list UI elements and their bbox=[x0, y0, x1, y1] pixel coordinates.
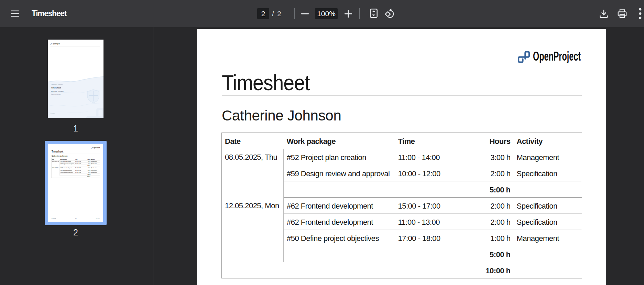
minus-icon bbox=[301, 13, 309, 14]
fit-page-button[interactable] bbox=[370, 9, 378, 18]
thumbnail-page-2[interactable]: OpenProject Timesheet Catherine Johnson … bbox=[48, 144, 103, 222]
rotate-button[interactable] bbox=[384, 8, 394, 18]
toolbar-separator-2 bbox=[359, 8, 360, 19]
header-time: Time bbox=[395, 133, 472, 149]
plus-icon bbox=[345, 10, 352, 18]
title-rule bbox=[222, 95, 582, 96]
pdf-page-2: OpenProject Timesheet Catherine Johnson … bbox=[197, 29, 606, 285]
grand-total: 10:00 h bbox=[472, 262, 514, 278]
header-work-package: Work package bbox=[284, 133, 395, 149]
hamburger-icon bbox=[11, 10, 19, 18]
rotate-icon bbox=[384, 8, 394, 18]
more-options-button[interactable] bbox=[637, 8, 644, 19]
zoom-out-button[interactable] bbox=[300, 9, 310, 18]
person-name: Catherine Johnson bbox=[222, 108, 341, 123]
page-slash: / bbox=[270, 0, 276, 27]
kebab-menu-icon bbox=[639, 8, 642, 19]
table-row: 12.05.2025, Mon #62 Frontend development… bbox=[222, 198, 582, 214]
download-button[interactable] bbox=[599, 9, 609, 18]
thumbnail-page-1[interactable]: OpenProject OpenProject · Timesheet Time… bbox=[48, 40, 103, 118]
table-header-row: Date Work package Time Hours Activity bbox=[222, 133, 582, 149]
cover-wave-art bbox=[48, 40, 103, 118]
group-total: 5:00 h bbox=[472, 181, 514, 198]
page-title: Timesheet bbox=[222, 72, 310, 94]
cover-footnote: 12.05.2025 bbox=[50, 113, 55, 114]
page-total: 2 bbox=[276, 0, 282, 27]
pdf-viewport[interactable]: OpenProject Timesheet Catherine Johnson … bbox=[154, 27, 644, 285]
page-number-input[interactable]: 2 bbox=[257, 8, 269, 19]
openproject-logo-text: OpenProject bbox=[533, 50, 581, 63]
zoom-level-input[interactable]: 100% bbox=[315, 8, 338, 19]
download-icon bbox=[599, 9, 608, 18]
document-title: Timesheet bbox=[32, 0, 66, 27]
openproject-logo-icon bbox=[518, 51, 530, 63]
print-icon bbox=[618, 9, 627, 18]
date-cell: 08.05.2025, Thu bbox=[222, 149, 284, 198]
cover-person: Catherine Johnson bbox=[51, 94, 61, 95]
cover-page-preview: OpenProject OpenProject · Timesheet Time… bbox=[48, 40, 103, 118]
group-total: 5:00 h bbox=[472, 246, 514, 262]
header-hours: Hours bbox=[472, 133, 514, 149]
pdf-toolbar: Timesheet 2 / 2 100% bbox=[0, 0, 644, 27]
table-row: 08.05.2025, Thu #52 Project plan creatio… bbox=[222, 149, 582, 165]
timesheet-page-preview: OpenProject Timesheet Catherine Johnson … bbox=[48, 144, 103, 222]
thumbnail-sidebar: OpenProject OpenProject · Timesheet Time… bbox=[0, 27, 153, 285]
cover-title: Timesheet bbox=[51, 87, 61, 89]
date-cell: 12.05.2025, Mon bbox=[222, 198, 284, 262]
toolbar-separator-1 bbox=[294, 8, 295, 19]
fit-page-icon bbox=[370, 9, 378, 18]
cover-kicker: OpenProject · Timesheet bbox=[51, 84, 63, 85]
page-current: 2 bbox=[261, 10, 265, 18]
grand-total-row: 10:00 h bbox=[222, 262, 582, 278]
cover-date-range: 08.05.2025 - 12.05.2025 bbox=[51, 91, 64, 92]
openproject-logo: OpenProject bbox=[518, 51, 581, 63]
zoom-in-button[interactable] bbox=[343, 9, 353, 18]
thumbnail-2-label: 2 bbox=[45, 228, 107, 237]
zoom-level: 100% bbox=[317, 10, 336, 18]
menu-button[interactable] bbox=[11, 10, 19, 18]
print-button[interactable] bbox=[617, 9, 627, 18]
thumbnail-1-label: 1 bbox=[45, 124, 107, 134]
header-activity: Activity bbox=[514, 133, 582, 149]
header-date: Date bbox=[222, 133, 284, 149]
timesheet-table: Date Work package Time Hours Activity 08… bbox=[221, 133, 582, 278]
